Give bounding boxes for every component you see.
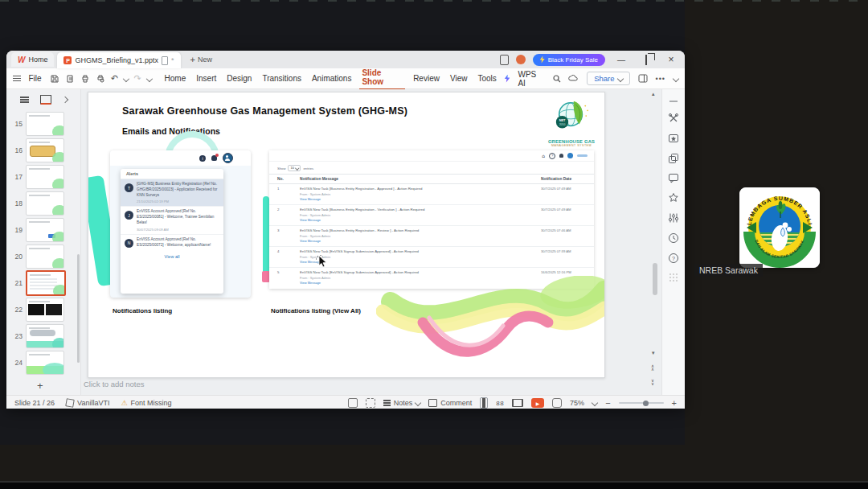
slide-sorter-button[interactable]: 88 [496,400,504,407]
menu-wps-ai[interactable]: WPS AI [515,68,547,89]
zoom-percent[interactable]: 75% [570,399,584,407]
close-button[interactable]: × [662,54,680,65]
next-slide-button[interactable]: ∨∨ [651,379,654,385]
collapse-rail-icon[interactable] [669,99,678,104]
cloud-sync-icon[interactable] [567,74,579,83]
redo-icon[interactable]: ↷ [134,73,141,84]
help-circle-icon[interactable]: ? [668,253,679,264]
warning-label: Font Missing [130,399,171,407]
history-clock-icon[interactable] [668,232,679,244]
tab-document[interactable]: P GHGMS_Briefing_v1.pptx * [57,52,180,68]
add-slide-button[interactable]: + [37,380,43,392]
reading-view-button[interactable] [512,399,523,407]
sidebar-toggle-icon[interactable] [638,74,648,83]
new-tab-button[interactable]: + New [184,52,219,67]
save-icon[interactable] [50,74,59,84]
slide-view-icon[interactable] [40,95,51,105]
menu-review[interactable]: Review [411,72,442,84]
menu-transitions[interactable]: Transitions [260,72,304,84]
shapes-icon[interactable] [668,153,679,164]
slide-thumbnail-16[interactable] [26,138,64,162]
menu-design[interactable]: Design [224,72,254,84]
theme-indicator[interactable]: VanillaVTI [66,399,109,407]
menu-slide-show[interactable]: Slide Show [359,67,405,90]
promo-button[interactable]: Black Friday Sale [533,54,605,66]
thumbnail-number: 19 [11,226,23,234]
alert-item: N EnVISS Account Approved [Ref No. ES/20… [121,235,223,251]
menu-file[interactable]: File [27,72,44,84]
scrollbar-thumb[interactable] [653,263,657,295]
previous-slide-button[interactable]: ∧∧ [651,364,654,371]
new-tab-label: New [198,55,212,64]
normal-view-button[interactable] [480,397,488,409]
favorites-star-icon[interactable] [668,192,679,203]
menu-tools[interactable]: Tools [475,72,498,84]
slideshow-play-button[interactable]: ▶ [531,398,544,408]
participant-video-tile[interactable]: LEMBAGA SUMBER ASLI DAN ALAM SEKITAR SAR… [739,187,820,268]
col-message: Notification Message [300,177,541,181]
slide-thumbnail-21-selected[interactable] [26,270,66,296]
apps-grid-icon[interactable] [669,273,678,282]
row-no: 4 [269,249,300,264]
slide-thumbnail-22[interactable] [26,298,64,322]
scroll-down-icon[interactable]: ▾ [652,350,655,356]
slide-thumbnail-15[interactable] [26,112,64,136]
print-preview-icon[interactable] [96,74,105,84]
slide-canvas[interactable]: Sarawak Greenhouse Gas Management System… [88,92,605,378]
pane-toggle-icon[interactable] [348,398,358,408]
mobile-view-icon[interactable] [500,55,509,65]
row-from: From : System Admin [300,234,541,238]
zoom-slider-handle[interactable] [643,401,649,406]
slide-thumbnail-20[interactable] [26,244,64,269]
share-button[interactable]: Share [587,72,629,85]
zoom-slider[interactable] [619,402,664,404]
status-bar: Slide 21 / 26 VanillaVTI ⚠ Font Missing … [6,395,685,409]
alerts-header: Alerts [121,169,223,179]
restore-button[interactable] [637,55,655,64]
menu-animations[interactable]: Animations [309,72,354,84]
thumbnail-number: 17 [11,173,23,181]
comment-toggle[interactable]: Comment [428,399,472,407]
menu-view[interactable]: View [448,72,470,84]
slide-thumbnail-19[interactable] [26,218,64,242]
zoom-out-button[interactable]: − [605,398,610,408]
effects-icon[interactable] [668,133,679,144]
font-missing-warning[interactable]: ⚠ Font Missing [121,399,171,407]
collapse-ribbon-icon[interactable] [673,75,679,81]
notes-placeholder[interactable]: Click to add notes [84,380,145,388]
fullscreen-button[interactable] [552,398,562,408]
row-no: 2 [269,208,300,222]
menu-insert[interactable]: Insert [194,72,219,84]
undo-icon[interactable]: ↶ [111,73,118,84]
slide-thumbnail-17[interactable] [26,165,64,189]
row-message: EnVISS New Task [EnVISS Signup Submissio… [300,249,541,253]
menu-home[interactable]: Home [162,72,189,84]
slide-scrollbar[interactable]: ▴ ▾ ∧∧ ∨∨ [649,89,661,395]
expand-panel-icon[interactable] [61,97,68,103]
more-options-icon[interactable]: ••• [656,75,665,83]
thumbnail-scrollbar[interactable] [77,254,80,363]
output-icon[interactable] [65,74,75,84]
account-avatar[interactable] [516,55,526,64]
row-message: EnVISS New Task [Business Entity Registr… [300,208,541,212]
tab-home[interactable]: W Home [11,52,54,67]
settings-sliders-icon[interactable] [668,212,679,224]
scroll-up-icon[interactable]: ▴ [652,91,655,97]
search-icon[interactable] [552,74,562,84]
caption-right: Notifications listing (View All) [271,307,361,314]
outline-view-icon[interactable] [20,97,29,98]
zoom-chevron-icon[interactable] [592,400,598,406]
zoom-in-button[interactable]: + [672,398,677,408]
insert-pane-icon[interactable] [366,398,375,408]
more-dropdown-icon[interactable] [146,75,153,81]
slide-thumbnail-24[interactable] [26,351,64,375]
slide-thumbnail-23[interactable] [26,324,64,348]
slide-thumbnail-18[interactable] [26,191,64,216]
print-icon[interactable] [80,74,90,84]
undo-dropdown-icon[interactable] [123,75,129,81]
comment-rail-icon[interactable] [668,173,679,183]
minimize-button[interactable]: — [612,55,630,64]
notes-toggle[interactable]: Notes [383,399,421,407]
normal-view-icon [482,398,485,408]
tools-icon[interactable] [668,113,679,124]
